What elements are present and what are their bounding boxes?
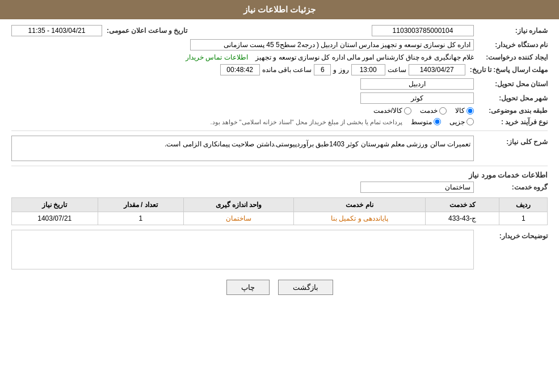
col-radif: ردیف [499, 198, 548, 212]
groupkhadamat-label: گروه خدمت: [474, 183, 548, 191]
shahr-value: کوثر [360, 92, 474, 104]
cell-kod: ج-43-433 [425, 212, 499, 225]
page-header: جزئیات اطلاعات نیاز [0, 0, 559, 19]
khadamat-title: اطلاعات خدمات مورد نیاز [11, 171, 548, 179]
col-kod: کد خدمت [425, 198, 499, 212]
cell-tarikh: 1403/07/21 [12, 212, 98, 225]
mohlatarsaal-date: 1403/04/27 [409, 64, 465, 75]
nofarayand-row: نوع فرآیند خرید : جزیی متوسط پرداخت تمام… [11, 117, 548, 126]
namdestgah-label: نام دستگاه خریدار: [474, 41, 548, 49]
tabaqe-radio-kalakhadamat[interactable] [404, 107, 411, 115]
saat-label: ساعت [388, 66, 406, 74]
namdestgah-value: اداره کل نوسازی توسعه و تجهیز مدارس استا… [190, 39, 474, 50]
groupkhadamat-value-container: ساختمان [11, 182, 474, 193]
datetime-row: 1403/04/27 ساعت 13:00 روز و 6 ساعت باقی … [11, 64, 465, 75]
shomare-label: شماره نیاز: [474, 27, 548, 35]
shahr-value-container: کوثر [11, 92, 474, 104]
tabaqe-option-khadamat[interactable]: خدمت [420, 107, 447, 115]
nofarayand-option-mota[interactable]: متوسط [411, 118, 441, 126]
tabaqe-row: طبقه بندی موضوعی: کالا خدمت کالا/خدمت [11, 107, 548, 115]
buttons-row: بازگشت چاپ [11, 280, 548, 304]
contact-link[interactable]: اطلاعات تماس خریدار [186, 53, 248, 61]
col-tedad: تعداد / مقدار [98, 198, 183, 212]
shahr-row: شهر محل تحویل: کوثر [11, 92, 548, 104]
ostan-value-container: اردبیل [11, 78, 474, 90]
cell-radif: 1 [499, 212, 548, 225]
services-table: ردیف کد خدمت نام خدمت واحد اندازه گیری ت… [11, 197, 548, 225]
tabaqe-option-kala[interactable]: کالا [455, 107, 474, 115]
mohlatarsaal-manande: 00:48:42 [220, 64, 260, 75]
nofarayand-radio-group: جزیی متوسط پرداخت تمام یا بخشی از مبلغ خ… [11, 117, 474, 126]
col-vahed: واحد اندازه گیری [183, 198, 293, 212]
divider1 [11, 130, 548, 131]
tosif-value-container [11, 230, 474, 271]
divider2 [11, 166, 548, 166]
nofarayand-note: پرداخت تمام یا بخشی از مبلغ خریداز محل "… [210, 119, 402, 126]
sharh-row: شرح کلی نیاز: تعمیرات سالن ورزشی معلم شه… [11, 136, 548, 161]
tabaqe-label: طبقه بندی موضوعی: [474, 107, 548, 115]
namdestgah-value-container: اداره کل نوسازی توسعه و تجهیز مدارس استا… [11, 39, 474, 50]
shomare-value-container: 1103003785000104 [193, 25, 474, 36]
shahr-label: شهر محل تحویل: [474, 94, 548, 102]
ostan-row: استان محل تحویل: اردبیل [11, 78, 548, 90]
col-name: نام خدمت [293, 198, 425, 212]
groupkhadamat-row: گروه خدمت: ساختمان [11, 182, 548, 193]
ostan-label: استان محل تحویل: [474, 80, 548, 88]
ijad-value-container: غلام جهانگیری فره چناق کارشناس امور مالی… [11, 53, 474, 61]
tabaqe-option-kalakhadamat[interactable]: کالا/خدمت [373, 107, 411, 115]
tosif-textarea[interactable] [11, 230, 474, 269]
groupkhadamat-value: ساختمان [360, 182, 474, 193]
mohlatarsaal-row: مهلت ارسال پاسخ: تا تاریخ: 1403/04/27 سا… [11, 64, 548, 75]
ijad-value: غلام جهانگیری فره چناق کارشناس امور مالی… [255, 53, 474, 61]
shomare-value: 1103003785000104 [372, 25, 474, 36]
mohlatarsaal-label: مهلت ارسال پاسخ: تا تاریخ: [465, 66, 548, 74]
tabaqe-radio-kala[interactable] [466, 107, 474, 115]
services-header-row: ردیف کد خدمت نام خدمت واحد اندازه گیری ت… [12, 198, 548, 212]
nofarayand-radio-mota[interactable] [434, 118, 441, 125]
shomare-row: شماره نیاز: 1103003785000104 تاریخ و ساع… [11, 25, 548, 36]
cell-name: پایانددهی و تکمیل بنا [293, 212, 425, 225]
table-row: 1 ج-43-433 پایانددهی و تکمیل بنا ساختمان… [12, 212, 548, 225]
sharh-label: شرح کلی نیاز: [474, 136, 548, 146]
sharh-value: تعمیرات سالن ورزشی معلم شهرستان کوثر 140… [11, 136, 474, 161]
namdestgah-row: نام دستگاه خریدار: اداره کل نوسازی توسعه… [11, 39, 548, 50]
sharh-value-container: تعمیرات سالن ورزشی معلم شهرستان کوثر 140… [11, 136, 474, 161]
nofarayand-label: نوع فرآیند خرید : [474, 118, 548, 126]
services-table-header: ردیف کد خدمت نام خدمت واحد اندازه گیری ت… [12, 198, 548, 212]
cell-tedad: 1 [98, 212, 183, 225]
col-tarikh: تاریخ نیاز [12, 198, 98, 212]
ijad-row: ایجاد کننده درخواست: غلام جهانگیری فره چ… [11, 53, 548, 61]
page-title: جزئیات اطلاعات نیاز [243, 5, 316, 14]
back-button[interactable]: بازگشت [278, 280, 333, 295]
mohlatarsaal-rooz: 6 [314, 64, 331, 75]
tarikh-label: تاریخ و ساعت اعلان عمومی: [102, 27, 193, 35]
print-button[interactable]: چاپ [226, 280, 270, 295]
tabaqe-radio-khadamat[interactable] [439, 107, 447, 115]
rooz-label: روز و [333, 66, 348, 74]
nofarayand-option-jozi[interactable]: جزیی [449, 118, 474, 126]
tosif-label: توضیحات خریدار: [474, 230, 548, 240]
services-table-body: 1 ج-43-433 پایانددهی و تکمیل بنا ساختمان… [12, 212, 548, 225]
nofarayand-radio-jozi[interactable] [466, 118, 474, 125]
ijad-label: ایجاد کننده درخواست: [474, 53, 548, 61]
cell-vahed: ساختمان [183, 212, 293, 225]
ostan-value: اردبیل [360, 78, 474, 90]
mohlatarsaal-saat: 13:00 [351, 64, 385, 75]
manande-label: ساعت باقی مانده [262, 66, 312, 74]
tosif-row: توضیحات خریدار: [11, 230, 548, 271]
tabaqe-radio-group: کالا خدمت کالا/خدمت [11, 107, 474, 115]
tarikh-value: 1403/04/21 - 11:35 [11, 25, 102, 36]
